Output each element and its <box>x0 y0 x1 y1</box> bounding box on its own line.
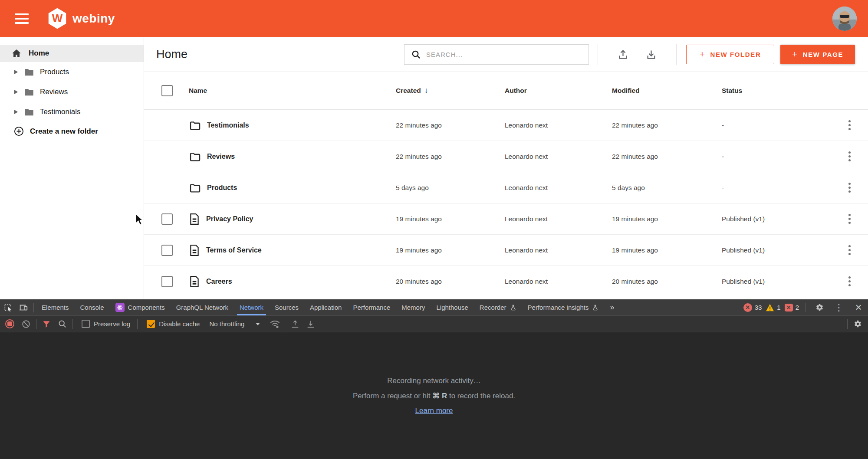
cell-author: Leonardo next <box>505 121 612 129</box>
dropdown-caret-icon[interactable] <box>256 323 260 325</box>
row-menu-kebab-icon[interactable] <box>848 183 868 193</box>
devtools-close-icon[interactable]: × <box>851 301 866 314</box>
folder-tree-sidebar: Home Products Reviews Testimonials Creat… <box>0 37 144 299</box>
tab-memory[interactable]: Memory <box>396 299 431 315</box>
search-network-icon[interactable] <box>54 316 70 332</box>
row-menu-kebab-icon[interactable] <box>848 120 868 130</box>
devtools-tab-bar: Elements Console Components GraphQL Netw… <box>0 299 868 316</box>
user-avatar[interactable] <box>832 7 857 31</box>
row-name-link[interactable]: Products <box>189 182 396 194</box>
inspect-element-icon[interactable] <box>0 299 16 315</box>
folder-icon <box>189 119 201 131</box>
learn-more-link[interactable]: Learn more <box>415 407 453 415</box>
sidebar-item-products[interactable]: Products <box>0 62 144 82</box>
row-name-link[interactable]: Terms of Service <box>189 244 396 256</box>
hamburger-menu-icon[interactable] <box>15 13 29 24</box>
chevron-right-icon[interactable] <box>14 90 18 94</box>
sidebar-home-label: Home <box>29 49 49 58</box>
create-folder-label: Create a new folder <box>30 127 98 136</box>
cell-status: - <box>722 184 844 192</box>
row-menu-kebab-icon[interactable] <box>848 151 868 161</box>
network-conditions-icon[interactable] <box>267 316 283 332</box>
cell-modified: 22 minutes ago <box>612 121 722 129</box>
more-tabs-button[interactable]: » <box>604 299 620 315</box>
row-checkbox[interactable] <box>161 276 173 287</box>
tab-elements[interactable]: Elements <box>36 299 75 315</box>
chevron-right-icon[interactable] <box>14 110 18 114</box>
row-name-link[interactable]: Careers <box>189 275 396 288</box>
select-all-checkbox[interactable] <box>161 85 173 96</box>
throttling-select[interactable]: No throttling <box>209 320 244 328</box>
cell-created: 19 minutes ago <box>396 215 505 223</box>
tab-network[interactable]: Network <box>234 299 269 315</box>
folder-icon <box>23 106 35 118</box>
clear-network-log-icon[interactable] <box>18 316 34 332</box>
tab-recorder[interactable]: Recorder <box>474 299 522 315</box>
new-page-label: NEW PAGE <box>803 51 843 58</box>
import-har-icon[interactable] <box>287 316 303 332</box>
tab-graphql-network[interactable]: GraphQL Network <box>171 299 234 315</box>
sidebar-item-reviews[interactable]: Reviews <box>0 82 144 102</box>
chevrons-icon: » <box>610 303 614 312</box>
column-header-author[interactable]: Author <box>505 87 612 95</box>
sidebar-item-testimonials[interactable]: Testimonials <box>0 102 144 122</box>
sidebar-item-home[interactable]: Home <box>0 45 144 62</box>
warning-icon <box>766 304 774 311</box>
tab-sources[interactable]: Sources <box>269 299 304 315</box>
row-menu-kebab-icon[interactable] <box>848 245 868 255</box>
divider <box>36 319 36 329</box>
export-har-icon[interactable] <box>303 316 319 332</box>
devtools-settings-icon[interactable] <box>812 303 827 312</box>
column-header-modified[interactable]: Modified <box>612 87 722 95</box>
devtools-panel: Elements Console Components GraphQL Netw… <box>0 299 868 459</box>
search-icon <box>411 49 421 59</box>
cell-author: Leonardo next <box>505 184 612 192</box>
row-checkbox[interactable] <box>161 213 173 225</box>
issues-badge[interactable]: ✕ 2 <box>785 304 799 311</box>
document-icon <box>189 275 200 288</box>
column-header-created[interactable]: Created↓ <box>396 86 505 95</box>
avatar-image <box>832 7 857 31</box>
row-name-link[interactable]: Testimonials <box>189 119 396 131</box>
row-menu-kebab-icon[interactable] <box>848 214 868 224</box>
device-toolbar-icon[interactable] <box>16 299 31 315</box>
devtools-more-menu-icon[interactable]: ⋮ <box>831 302 847 313</box>
column-header-name[interactable]: Name <box>189 87 396 95</box>
folder-icon <box>23 86 35 98</box>
cell-status: Published (v1) <box>722 246 844 254</box>
console-errors-badge[interactable]: ✕ 33 <box>743 303 762 312</box>
disable-cache-label[interactable]: Disable cache <box>159 320 200 328</box>
row-menu-kebab-icon[interactable] <box>848 276 868 286</box>
folder-icon <box>189 151 201 163</box>
disable-cache-checkbox[interactable] <box>147 320 155 328</box>
tab-console[interactable]: Console <box>75 299 110 315</box>
table-row: Careers 20 minutes ago Leonardo next 20 … <box>144 266 868 297</box>
folder-icon <box>23 66 35 78</box>
search-input[interactable] <box>426 51 589 58</box>
row-name-link[interactable]: Reviews <box>189 151 396 163</box>
export-icon[interactable] <box>645 49 657 60</box>
cell-created: 22 minutes ago <box>396 153 505 161</box>
document-icon <box>189 213 200 225</box>
column-header-status[interactable]: Status <box>722 87 844 95</box>
tab-lighthouse[interactable]: Lighthouse <box>431 299 473 315</box>
tab-performance[interactable]: Performance <box>347 299 396 315</box>
create-new-folder-button[interactable]: Create a new folder <box>0 126 144 137</box>
tab-components[interactable]: Components <box>110 299 171 315</box>
import-icon[interactable] <box>617 49 629 60</box>
new-folder-button[interactable]: + NEW FOLDER <box>686 45 774 64</box>
cell-created: 20 minutes ago <box>396 278 505 285</box>
tab-performance-insights[interactable]: Performance insights <box>522 299 605 315</box>
chevron-right-icon[interactable] <box>14 70 18 74</box>
row-checkbox[interactable] <box>161 245 173 256</box>
preserve-log-checkbox[interactable] <box>82 320 90 328</box>
preserve-log-label[interactable]: Preserve log <box>94 320 130 328</box>
new-page-button[interactable]: + NEW PAGE <box>780 45 855 64</box>
tab-application[interactable]: Application <box>304 299 347 315</box>
network-settings-icon[interactable] <box>850 316 865 332</box>
row-name-link[interactable]: Privacy Policy <box>189 213 396 225</box>
table-row: Products 5 days ago Leonardo next 5 days… <box>144 172 868 203</box>
record-network-log-button[interactable] <box>5 319 14 328</box>
console-warnings-badge[interactable]: 1 <box>766 304 780 311</box>
filter-icon[interactable] <box>39 316 54 332</box>
